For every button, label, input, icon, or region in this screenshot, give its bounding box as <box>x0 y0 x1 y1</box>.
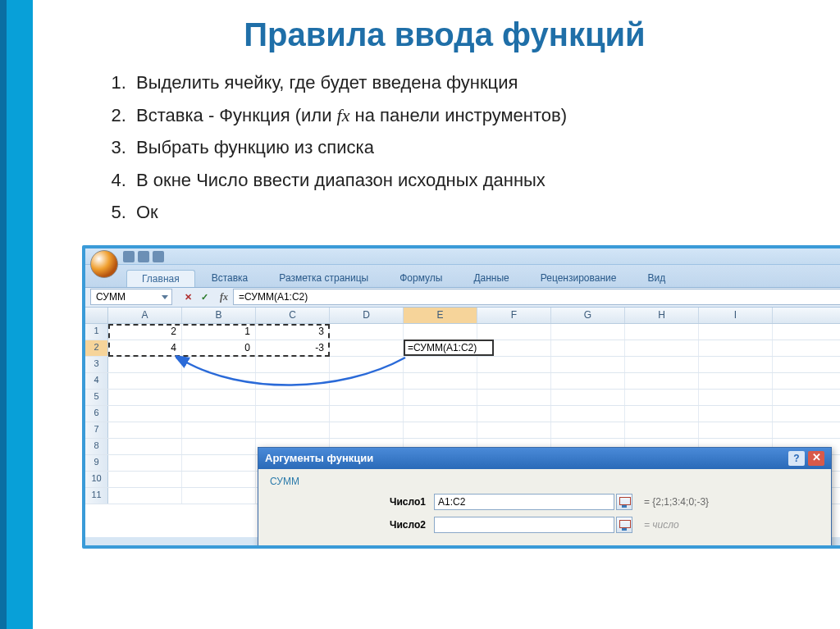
row-header[interactable]: 4 <box>85 373 108 389</box>
dialog-body: СУММ Число1 A1:C2 = {2;1;3:4;0;-3} Число… <box>258 469 831 549</box>
col-header[interactable]: D <box>330 308 404 323</box>
cell[interactable] <box>551 340 625 356</box>
formula-bar-buttons: ✕ ✓ <box>180 289 212 304</box>
office-button-icon[interactable] <box>90 250 118 278</box>
row-header[interactable]: 10 <box>85 472 108 487</box>
tab-view[interactable]: Вид <box>632 270 680 287</box>
row-header[interactable]: 11 <box>85 488 108 504</box>
col-header[interactable]: E <box>404 308 477 323</box>
cell[interactable] <box>330 324 404 340</box>
step-item: Выделить ячейку, где будет введена функц… <box>131 66 815 99</box>
row-header[interactable]: 6 <box>85 406 108 422</box>
arg-label: Число2 <box>270 519 434 531</box>
quick-access-toolbar <box>123 251 164 262</box>
tab-data[interactable]: Данные <box>459 270 523 287</box>
cell[interactable] <box>625 324 699 340</box>
col-header[interactable]: H <box>625 308 699 323</box>
fx-icon[interactable]: fx <box>220 291 228 303</box>
spreadsheet-grid[interactable]: A B C D E F G H I 1 2 1 3 <box>85 308 840 537</box>
slide-content: Правила ввода функций Выделить ячейку, г… <box>49 0 840 549</box>
cell[interactable]: 2 <box>108 324 182 340</box>
enter-icon[interactable]: ✓ <box>197 289 212 304</box>
cell[interactable] <box>699 340 773 356</box>
row-header[interactable]: 3 <box>85 357 108 372</box>
qat-save-icon[interactable] <box>123 251 135 262</box>
arg-input[interactable] <box>434 517 614 533</box>
range-picker-icon[interactable] <box>616 494 632 510</box>
tab-home[interactable]: Главная <box>126 270 195 287</box>
range-picker-icon[interactable] <box>616 517 632 533</box>
dialog-arg-row: Число1 A1:C2 = {2;1;3:4;0;-3} <box>270 494 819 510</box>
arg-result: = число <box>644 519 679 531</box>
column-headers: A B C D E F G H I <box>85 308 840 324</box>
arg-label: Число1 <box>270 496 434 508</box>
function-arguments-dialog: Аргументы функции ? ✕ СУММ Число1 A1:C2 … <box>258 447 832 549</box>
cell[interactable]: 3 <box>256 324 330 340</box>
help-icon[interactable]: ? <box>788 451 805 466</box>
col-header[interactable]: G <box>551 308 625 323</box>
step-item: Вставка - Функция (или fx на панели инст… <box>131 99 815 132</box>
formula-input[interactable]: =СУММ(A1:C2) <box>233 289 840 305</box>
col-header[interactable]: A <box>108 308 182 323</box>
cell[interactable] <box>625 340 699 356</box>
row-header[interactable]: 9 <box>85 455 108 471</box>
slide-title: Правила ввода функций <box>74 16 815 53</box>
tab-insert[interactable]: Вставка <box>197 270 263 287</box>
cell[interactable]: 0 <box>182 340 256 356</box>
excel-screenshot: Главная Вставка Разметка страницы Формул… <box>82 245 840 549</box>
fx-text: fx <box>337 105 350 125</box>
row-header[interactable]: 2 <box>85 340 108 356</box>
slide-accent-stripe <box>0 0 33 629</box>
steps-list: Выделить ячейку, где будет введена функц… <box>74 66 815 229</box>
cell[interactable] <box>551 324 625 340</box>
dialog-title: Аргументы функции <box>265 452 788 464</box>
step-item: Ок <box>131 196 815 229</box>
select-all-corner[interactable] <box>85 308 108 323</box>
active-cell[interactable]: =СУММ(A1:C2) <box>404 340 494 356</box>
row-header[interactable]: 8 <box>85 439 108 454</box>
qat-redo-icon[interactable] <box>153 251 164 262</box>
col-header[interactable]: F <box>477 308 551 323</box>
step-item: В окне Число ввести диапазон исходных да… <box>131 164 815 197</box>
cancel-icon[interactable]: ✕ <box>180 289 195 304</box>
ribbon-tabs: Главная Вставка Разметка страницы Формул… <box>85 265 840 288</box>
tab-formulas[interactable]: Формулы <box>385 270 457 287</box>
dialog-titlebar[interactable]: Аргументы функции ? ✕ <box>258 448 831 469</box>
row-header[interactable]: 5 <box>85 390 108 405</box>
qat-undo-icon[interactable] <box>138 251 149 262</box>
cell[interactable]: -3 <box>256 340 330 356</box>
cell[interactable] <box>477 324 551 340</box>
row-header[interactable]: 7 <box>85 422 108 438</box>
dialog-arg-row: Число2 = число <box>270 517 819 533</box>
title-bar <box>85 248 840 265</box>
name-box[interactable]: СУММ <box>90 289 172 305</box>
cell[interactable] <box>330 340 404 356</box>
step-item: Выбрать функцию из списка <box>131 131 815 164</box>
close-icon[interactable]: ✕ <box>808 451 824 466</box>
cell[interactable]: 1 <box>182 324 256 340</box>
tab-page-layout[interactable]: Разметка страницы <box>264 270 383 287</box>
dialog-function-name: СУММ <box>270 476 819 487</box>
tab-review[interactable]: Рецензирование <box>526 270 632 287</box>
col-header[interactable]: C <box>256 308 330 323</box>
cell[interactable] <box>699 324 773 340</box>
formula-bar: СУММ ✕ ✓ fx =СУММ(A1:C2) <box>85 288 840 308</box>
col-header[interactable]: I <box>699 308 773 323</box>
row-header[interactable]: 1 <box>85 324 108 340</box>
cell[interactable] <box>404 324 477 340</box>
col-header[interactable]: B <box>182 308 256 323</box>
arg-input[interactable]: A1:C2 <box>434 494 614 510</box>
cell[interactable]: 4 <box>108 340 182 356</box>
arg-result: = {2;1;3:4;0;-3} <box>644 496 709 508</box>
